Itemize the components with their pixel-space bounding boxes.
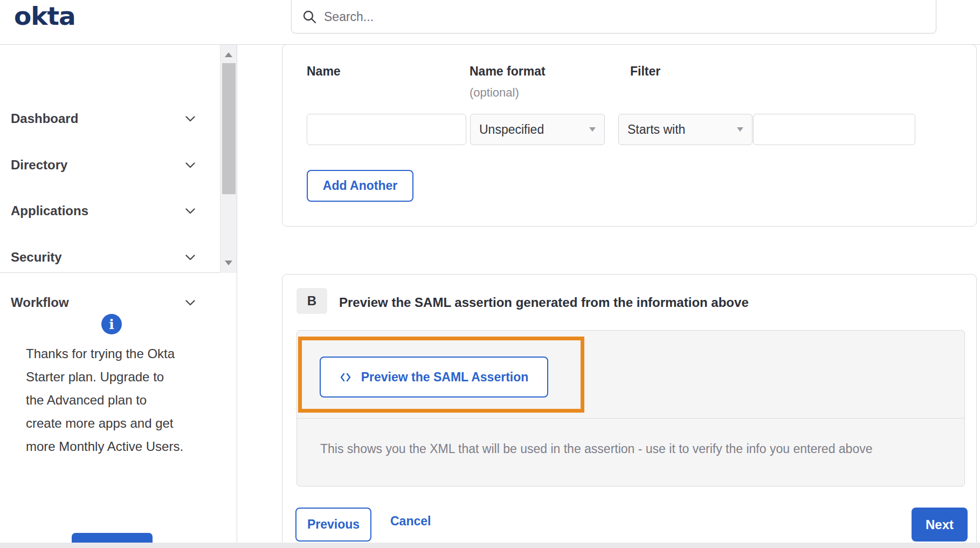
name-format-optional-hint: (optional) <box>470 86 519 100</box>
preview-saml-card: B Preview the SAML assertion generated f… <box>282 274 977 548</box>
sidebar-item-label: Workflow <box>11 295 69 310</box>
name-column-label: Name <box>307 64 341 79</box>
sidebar-nav: Dashboard Directory Applications Securit… <box>0 45 237 273</box>
filter-operator-selected-value: Starts with <box>627 122 685 137</box>
sidebar-scrollbar[interactable] <box>220 45 237 273</box>
promo-line: Thanks for trying the Okta <box>26 346 175 361</box>
cancel-button[interactable]: Cancel <box>390 514 431 529</box>
global-search[interactable] <box>291 0 936 33</box>
sidebar-item-label: Applications <box>11 203 88 218</box>
filter-column-label: Filter <box>630 64 660 79</box>
okta-logo[interactable]: okta <box>14 1 75 31</box>
previous-button[interactable]: Previous <box>295 508 371 542</box>
name-format-select[interactable]: Unspecified <box>470 114 605 145</box>
add-another-button[interactable]: Add Another <box>307 170 413 202</box>
sidebar-item-directory[interactable]: Directory <box>0 153 211 177</box>
panel-divider <box>297 418 964 419</box>
sidebar-item-label: Dashboard <box>11 111 78 126</box>
sidebar-item-label: Security <box>11 250 62 265</box>
preview-panel: Preview the SAML Assertion This shows yo… <box>296 330 965 487</box>
promo-line: more Monthly Active Users. <box>26 439 183 454</box>
search-input[interactable] <box>324 10 926 24</box>
chevron-down-icon <box>185 162 195 168</box>
preview-button-label: Preview the SAML Assertion <box>361 370 529 385</box>
filter-operator-select[interactable]: Starts with <box>618 114 753 145</box>
sidebar-item-label: Directory <box>11 157 67 173</box>
dropdown-caret-icon <box>589 127 596 132</box>
promo-text: Thanks for trying the Okta Starter plan.… <box>26 342 212 458</box>
scroll-up-arrow-icon[interactable] <box>225 52 232 57</box>
next-button[interactable]: Next <box>912 508 968 542</box>
bottom-edge-strip <box>0 543 980 548</box>
chevron-down-icon <box>185 255 195 261</box>
sidebar-item-dashboard[interactable]: Dashboard <box>0 106 211 131</box>
chevron-down-icon <box>185 116 195 122</box>
chevron-down-icon <box>185 300 195 306</box>
sidebar-item-security[interactable]: Security <box>0 245 211 270</box>
sidebar: Dashboard Directory Applications Securit… <box>0 45 237 548</box>
sidebar-item-applications[interactable]: Applications <box>0 198 211 223</box>
dropdown-caret-icon <box>737 127 743 132</box>
search-icon <box>302 10 316 24</box>
promo-line: Starter plan. Upgrade to <box>26 369 164 384</box>
preview-saml-assertion-button[interactable]: Preview the SAML Assertion <box>320 357 548 398</box>
promo-line: create more apps and get <box>26 416 174 430</box>
attribute-name-input[interactable] <box>307 114 466 145</box>
filter-value-input[interactable] <box>753 114 915 145</box>
scroll-down-arrow-icon[interactable] <box>225 261 232 265</box>
name-format-column-label: Name format <box>470 64 546 79</box>
promo-line: the Advanced plan to <box>26 393 147 407</box>
attribute-statements-card: Name Name format (optional) Filter Unspe… <box>282 44 977 227</box>
chevron-down-icon <box>185 208 195 214</box>
name-format-selected-value: Unspecified <box>479 122 544 137</box>
code-icon <box>340 372 354 382</box>
preview-section-title: Preview the SAML assertion generated fro… <box>339 295 749 310</box>
sidebar-item-workflow[interactable]: Workflow <box>0 290 211 315</box>
scrollbar-thumb[interactable] <box>222 63 236 194</box>
info-icon: i <box>101 314 122 334</box>
preview-description: This shows you the XML that will be used… <box>320 442 872 456</box>
step-b-badge: B <box>296 288 327 314</box>
